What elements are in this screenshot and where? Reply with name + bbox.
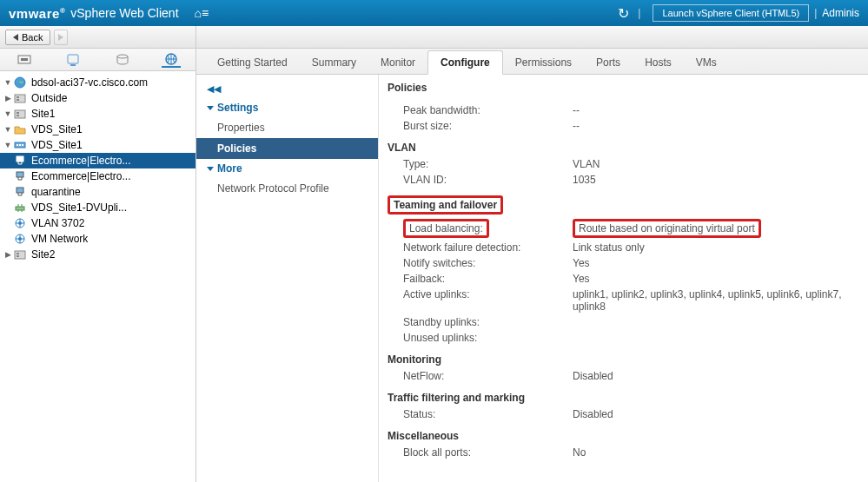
tree-node[interactable]: VM Network	[0, 231, 195, 247]
svg-rect-2	[68, 55, 78, 63]
property-row: Unused uplinks:	[388, 330, 859, 346]
cfg-item-policies[interactable]: Policies	[196, 138, 378, 159]
property-value	[573, 332, 859, 344]
property-row: Block all ports:No	[388, 445, 859, 460]
svg-rect-11	[17, 112, 19, 114]
user-menu[interactable]: Adminis	[822, 7, 859, 19]
home-icon[interactable]: ⌂≡	[195, 6, 209, 20]
tree-node[interactable]: ▶Site2	[0, 247, 195, 262]
tree-twisty[interactable]: ▶	[3, 94, 12, 102]
tree-twisty[interactable]: ▼	[3, 78, 12, 87]
tree-node[interactable]: ▼Site1	[0, 106, 195, 122]
svg-rect-16	[22, 144, 23, 146]
tab-monitor[interactable]: Monitor	[368, 51, 427, 74]
panel-title: Policies	[388, 82, 859, 94]
tree-node[interactable]: ▼VDS_Site1	[0, 122, 195, 137]
tree-label: VM Network	[31, 233, 88, 245]
brand: vmware®	[9, 6, 65, 21]
pg-icon	[14, 186, 28, 198]
property-value: No	[573, 446, 859, 459]
svg-rect-9	[17, 99, 19, 101]
property-row: Active uplinks:uplink1, uplink2, uplink3…	[388, 287, 859, 314]
inventory-tabs	[0, 49, 195, 71]
forward-button[interactable]	[54, 30, 68, 45]
tab-getting-started[interactable]: Getting Started	[205, 51, 300, 74]
svg-rect-18	[17, 172, 23, 177]
property-value: 1035	[573, 174, 859, 186]
tree-label: VDS_Site1	[31, 123, 83, 135]
property-row: NetFlow:Disabled	[388, 368, 859, 384]
pg-icon	[14, 170, 28, 182]
svg-rect-14	[17, 144, 18, 146]
tree-node[interactable]: VDS_Site1-DVUpli...	[0, 200, 195, 215]
tree-twisty[interactable]: ▶	[3, 250, 12, 259]
cfg-item-network-protocol-profile[interactable]: Network Protocol Profile	[196, 178, 378, 199]
property-row: Failback:Yes	[388, 271, 859, 287]
tree-twisty[interactable]: ▼	[3, 109, 12, 118]
collapse-nav-icon[interactable]: ◀◀	[196, 80, 378, 98]
dc-icon	[14, 92, 28, 104]
tree-twisty[interactable]: ▼	[3, 141, 12, 149]
cfg-item-properties[interactable]: Properties	[196, 117, 378, 138]
sidebar: ▼bdsol-aci37-vc.cisco.com▶Outside▼Site1▼…	[0, 49, 196, 482]
tab-permissions[interactable]: Permissions	[503, 51, 584, 74]
svg-rect-12	[17, 115, 19, 116]
property-key: Active uplinks:	[403, 288, 573, 313]
svg-rect-17	[17, 156, 23, 162]
property-key: Network failure detection:	[403, 241, 573, 254]
tree-label: VDS_Site1-DVUpli...	[31, 201, 127, 214]
tree-node[interactable]: Ecommerce|Electro...	[0, 153, 195, 168]
property-key: VLAN ID:	[403, 174, 573, 186]
tree-label: VLAN 3702	[31, 217, 84, 229]
dc-icon	[14, 248, 28, 261]
property-value: Disabled	[573, 370, 859, 382]
tree-label: bdsol-aci37-vc.cisco.com	[31, 76, 148, 89]
property-value: Disabled	[573, 408, 859, 420]
policies-panel: Policies Peak bandwidth:--Burst size:--V…	[379, 75, 868, 482]
svg-point-4	[117, 55, 128, 58]
tree-node[interactable]: ▶Outside	[0, 90, 195, 106]
tree-node[interactable]: VLAN 3702	[0, 215, 195, 231]
tab-configure[interactable]: Configure	[427, 50, 503, 75]
tab-summary[interactable]: Summary	[300, 51, 368, 74]
property-row: Notify switches:Yes	[388, 255, 859, 271]
networking-tab-icon[interactable]	[162, 52, 181, 68]
tab-hosts[interactable]: Hosts	[633, 51, 684, 74]
refresh-icon[interactable]: ↻	[618, 5, 629, 22]
property-row: Burst size:--	[388, 118, 859, 134]
property-value: --	[573, 104, 859, 116]
dc-icon	[14, 108, 28, 120]
property-row: Peak bandwidth:--	[388, 102, 859, 118]
tree-node[interactable]: ▼bdsol-aci37-vc.cisco.com	[0, 75, 195, 90]
folder-icon	[14, 123, 28, 135]
back-button[interactable]: Back	[5, 30, 50, 45]
cfg-group[interactable]: Settings	[196, 98, 378, 117]
section-header: Monitoring	[388, 351, 859, 368]
property-key: NetFlow:	[403, 370, 573, 382]
hosts-tab-icon[interactable]	[15, 52, 34, 68]
property-row: Type:VLAN	[388, 156, 859, 172]
object-tabs: Getting StartedSummaryMonitorConfigurePe…	[196, 49, 868, 75]
content-area: Getting StartedSummaryMonitorConfigurePe…	[196, 49, 868, 482]
svg-rect-1	[21, 58, 28, 61]
property-row: Load balancing:Route based on originatin…	[388, 217, 859, 240]
tree-twisty[interactable]: ▼	[3, 125, 12, 134]
property-value: Link status only	[573, 241, 859, 254]
tree-node[interactable]: ▼VDS_Site1	[0, 137, 195, 153]
tab-ports[interactable]: Ports	[584, 51, 633, 74]
tree-node[interactable]: Ecommerce|Electro...	[0, 168, 195, 184]
property-key: Type:	[403, 158, 573, 170]
launch-html5-button[interactable]: Launch vSphere Client (HTML5)	[653, 4, 809, 22]
property-key: Peak bandwidth:	[403, 104, 573, 116]
cfg-group[interactable]: More	[196, 159, 378, 178]
storage-tab-icon[interactable]	[113, 52, 132, 68]
svg-rect-19	[17, 188, 23, 193]
tree-label: Site1	[31, 108, 55, 120]
svg-point-22	[18, 221, 22, 225]
property-row: Standby uplinks:	[388, 314, 859, 330]
tab-vms[interactable]: VMs	[684, 51, 729, 74]
vms-tab-icon[interactable]	[63, 52, 83, 68]
property-key: Status:	[403, 408, 573, 420]
tree-node[interactable]: quarantine	[0, 184, 195, 200]
svg-rect-3	[70, 64, 76, 66]
